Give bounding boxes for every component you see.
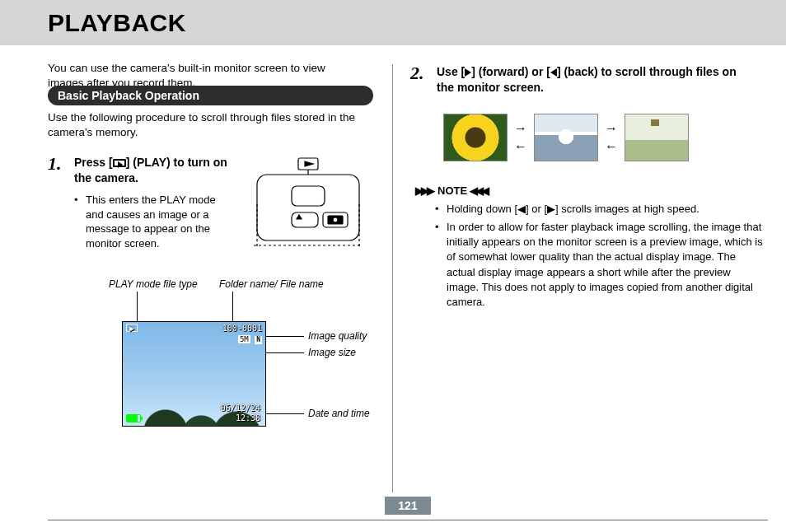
page-title: PLAYBACK xyxy=(48,9,186,37)
manual-page: PLAYBACK You can use the camera's built-… xyxy=(0,0,786,532)
page-number-badge: 121 xyxy=(385,497,431,515)
leader-line xyxy=(266,336,304,337)
step-1-bullet: This enters the PLAY mode and causes an … xyxy=(74,193,236,250)
label-image-quality: Image quality xyxy=(308,330,367,342)
monitor-preview: ▶ 100-0001 5M N 06/12/24 12:38 xyxy=(122,321,266,427)
page-footer: 121 xyxy=(48,497,768,520)
overlay-diagram: PLAY mode file type Folder name/ File na… xyxy=(73,278,369,431)
note-deco-right-icon: ▶▶▶ xyxy=(472,184,489,197)
label-file-type: PLAY mode file type xyxy=(109,278,208,290)
left-column: Basic Playback Operation Use the followi… xyxy=(48,86,377,431)
label-date-time: Date and time xyxy=(308,408,370,419)
triangle-left-icon xyxy=(550,68,557,77)
thumbnail-strip: →← →← xyxy=(443,114,744,161)
arrow-right-icon: → xyxy=(514,122,527,135)
leader-line xyxy=(232,292,233,321)
note-body: Holding down [◀] or [▶] scrolls images a… xyxy=(435,202,765,310)
right-column: 2. Use [] (forward) or [] (back) to scro… xyxy=(410,64,744,313)
camera-svg xyxy=(250,155,366,254)
svg-rect-2 xyxy=(292,212,318,227)
s2b: ] (forward) or [ xyxy=(471,65,550,78)
note-heading: ▶▶▶ NOTE ▶▶▶ xyxy=(415,184,744,197)
leader-line xyxy=(137,292,138,321)
arrow-pair: →← xyxy=(514,122,527,153)
thumb-flower xyxy=(443,114,508,161)
title-bar: PLAYBACK xyxy=(0,0,786,46)
s2a: Use [ xyxy=(437,65,465,78)
label-folder-file: Folder name/ File name xyxy=(219,278,343,290)
step-number: 2. xyxy=(410,64,428,82)
section-heading: Basic Playback Operation xyxy=(48,86,373,105)
label-image-size: Image size xyxy=(308,347,356,358)
leader-line xyxy=(266,352,304,353)
arrow-left-icon: ← xyxy=(514,140,527,153)
step-1: 1. Press [] (PLAY) to turn on the camera… xyxy=(48,155,377,254)
footer-rule xyxy=(48,520,768,520)
arrow-left-icon: ← xyxy=(605,140,618,153)
svg-point-5 xyxy=(333,217,338,222)
svg-rect-1 xyxy=(292,186,325,206)
time-readout: 12:38 xyxy=(221,413,260,423)
step-1-heading: Press [] (PLAY) to turn on the camera. T… xyxy=(74,155,236,250)
battery-icon xyxy=(126,414,141,422)
note-item: In order to allow for faster playback im… xyxy=(435,220,765,310)
note-label: NOTE xyxy=(437,184,467,197)
note-item: Holding down [◀] or [▶] scrolls images a… xyxy=(435,202,765,217)
thumb-mountain xyxy=(534,114,598,161)
section-subtext: Use the following procedure to scroll th… xyxy=(48,110,377,140)
folder-file-readout: 100-0001 xyxy=(222,324,262,335)
thumb-dragonfly xyxy=(625,114,689,161)
date-readout: 06/12/24 xyxy=(221,404,260,413)
leader-line xyxy=(266,413,304,414)
quality-readout: N xyxy=(255,336,262,344)
playmode-icon: ▶ xyxy=(126,324,138,332)
note-deco-left-icon: ▶▶▶ xyxy=(415,184,433,197)
size-readout: 5M xyxy=(238,335,250,343)
camera-illustration xyxy=(250,155,366,254)
arrow-right-icon: → xyxy=(605,122,618,135)
intro-text: You can use the camera's built-in monito… xyxy=(0,46,338,91)
arrow-pair: →← xyxy=(605,122,618,153)
svg-rect-0 xyxy=(257,175,359,240)
column-divider xyxy=(392,64,393,492)
step1-pre: Press [ xyxy=(74,156,113,169)
step-2-heading: Use [] (forward) or [] (back) to scroll … xyxy=(437,64,744,96)
step-number: 1. xyxy=(48,155,66,173)
play-icon xyxy=(113,159,126,167)
